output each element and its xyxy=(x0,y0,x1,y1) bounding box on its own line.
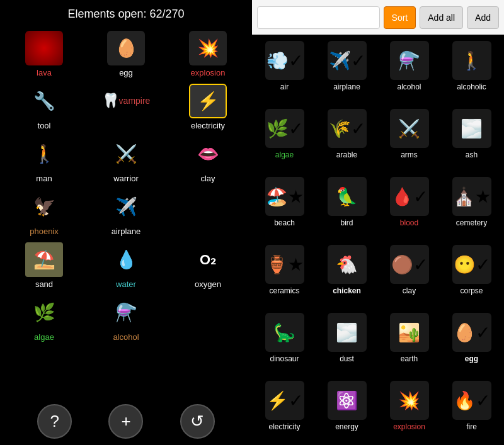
energy-icon: ⚛️ xyxy=(328,381,367,420)
alcohol-label: alcohol xyxy=(397,82,421,91)
element-oxygen[interactable]: O₂ oxygen xyxy=(170,242,246,289)
element-phoenix[interactable]: 🦅 phoenix xyxy=(6,189,82,236)
list-item-earth[interactable]: 🏜️earth xyxy=(379,309,439,375)
dinosaur-icon: 🦕 xyxy=(265,313,304,352)
cemetery-label: cemetery xyxy=(456,218,487,227)
list-item-energy[interactable]: ⚛️energy xyxy=(317,377,377,442)
list-item-corpse[interactable]: 😶✓corpse xyxy=(442,241,501,307)
alcoholic-icon: 🚶 xyxy=(452,41,491,80)
explosion-icon: 💥 xyxy=(390,381,429,420)
air-icon: 💨✓ xyxy=(265,41,304,80)
arms-icon: ⚔️ xyxy=(390,109,429,148)
undo-button[interactable]: ↺ xyxy=(180,404,215,439)
airplane-icon: ✈️ xyxy=(107,189,145,224)
list-item-airplane[interactable]: ✈️✓airplane xyxy=(317,37,377,103)
element-man[interactable]: 🚶 man xyxy=(6,137,82,183)
element-electricity[interactable]: ⚡ electricity xyxy=(170,84,246,130)
warrior-label: warrior xyxy=(113,174,139,183)
list-item-beach[interactable]: 🏖️★beach xyxy=(255,173,314,239)
ash-icon: 🌫️ xyxy=(452,109,491,148)
element-water[interactable]: 💧 water xyxy=(88,242,164,289)
alcohol-label: alcohol xyxy=(113,332,139,342)
search-input[interactable] xyxy=(257,6,380,29)
explosion-label: explosion xyxy=(393,422,425,431)
warrior-icon: ⚔️ xyxy=(107,137,145,171)
beach-icon: 🏖️★ xyxy=(265,177,304,216)
fire-label: fire xyxy=(466,422,477,431)
clay-label: clay xyxy=(200,174,215,183)
air-label: air xyxy=(280,82,289,91)
list-item-ash[interactable]: 🌫️ash xyxy=(442,105,501,171)
clay-icon: 👄 xyxy=(189,137,227,171)
element-sand[interactable]: ⛱️ sand xyxy=(6,242,82,289)
left-panel: Elements open: 62/270 lava 🥚 egg 💥 explo… xyxy=(0,0,252,445)
list-item-bird[interactable]: 🦜bird xyxy=(317,173,377,239)
explosion-icon: 💥 xyxy=(189,31,227,65)
list-item-blood[interactable]: 🩸✓blood xyxy=(379,173,439,239)
check-mark: ✓ xyxy=(289,50,303,71)
alcohol-icon: ⚗️ xyxy=(107,295,145,330)
check-mark: ✓ xyxy=(476,254,490,275)
list-item-ceramics[interactable]: 🏺★ceramics xyxy=(255,241,314,307)
electricity-icon: ⚡ xyxy=(189,84,227,118)
element-empty xyxy=(170,189,246,236)
element-warrior[interactable]: ⚔️ warrior xyxy=(88,137,164,183)
element-explosion[interactable]: 💥 explosion xyxy=(170,31,246,77)
add-button[interactable]: + xyxy=(108,404,143,439)
dust-icon: 🌫️ xyxy=(328,313,367,352)
bottom-bar: ? + ↺ xyxy=(0,404,252,439)
list-item-dinosaur[interactable]: 🦕dinosaur xyxy=(255,309,314,375)
blood-icon: 🩸✓ xyxy=(390,177,429,216)
list-item-dust[interactable]: 🌫️dust xyxy=(317,309,377,375)
corpse-icon: 😶✓ xyxy=(452,245,491,284)
element-clay[interactable]: 👄 clay xyxy=(170,137,246,183)
airplane-label: airplane xyxy=(112,227,140,236)
list-item-clay[interactable]: 🟤✓clay xyxy=(379,241,439,307)
egg-icon: 🥚✓ xyxy=(452,313,491,352)
list-item-alcohol[interactable]: ⚗️alcohol xyxy=(379,37,439,103)
element-algae[interactable]: 🌿 algae xyxy=(6,295,82,342)
algae-label: algae xyxy=(275,150,294,159)
ceramics-icon: 🏺★ xyxy=(265,245,304,284)
list-item-fire[interactable]: 🔥✓fire xyxy=(442,377,501,442)
add-all-button[interactable]: Add all xyxy=(420,6,463,29)
bird-icon: 🦜 xyxy=(328,177,367,216)
sand-label: sand xyxy=(35,279,53,289)
element-lava[interactable]: lava xyxy=(6,31,82,77)
sort-button[interactable]: Sort xyxy=(384,6,416,29)
list-item-chicken[interactable]: 🐔chicken xyxy=(317,241,377,307)
arable-label: arable xyxy=(336,150,357,159)
arable-icon: 🌾✓ xyxy=(328,109,367,148)
egg-label: egg xyxy=(119,68,133,77)
list-item-alcoholic[interactable]: 🚶alcoholic xyxy=(442,37,501,103)
list-item-electricity[interactable]: ⚡✓electricity xyxy=(255,377,314,442)
water-label: water xyxy=(116,279,136,289)
check-mark: ✓ xyxy=(413,186,428,207)
element-tool[interactable]: 🔧 tool xyxy=(6,84,82,130)
element-airplane[interactable]: ✈️ airplane xyxy=(88,189,164,236)
airplane-icon: ✈️✓ xyxy=(328,41,367,80)
list-item-air[interactable]: 💨✓air xyxy=(255,37,314,103)
element-egg[interactable]: 🥚 egg xyxy=(88,31,164,77)
list-item-cemetery[interactable]: ⛪★cemetery xyxy=(442,173,501,239)
list-item-arable[interactable]: 🌾✓arable xyxy=(317,105,377,171)
list-item-arms[interactable]: ⚔️arms xyxy=(379,105,439,171)
corpse-label: corpse xyxy=(460,286,483,295)
list-item-egg[interactable]: 🥚✓egg xyxy=(442,309,501,375)
phoenix-icon: 🦅 xyxy=(25,189,63,224)
add-selected-button[interactable]: Add xyxy=(467,6,499,29)
list-item-explosion[interactable]: 💥explosion xyxy=(379,377,439,442)
help-button[interactable]: ? xyxy=(37,404,72,439)
clay-icon: 🟤✓ xyxy=(390,245,429,284)
list-item-algae[interactable]: 🌿✓algae xyxy=(255,105,314,171)
chicken-label: chicken xyxy=(333,286,361,295)
oxygen-icon: O₂ xyxy=(189,242,227,277)
water-icon: 💧 xyxy=(107,242,145,277)
element-vampire[interactable]: 🦷vampire xyxy=(88,84,164,130)
oxygen-label: oxygen xyxy=(195,279,221,289)
check-mark: ✓ xyxy=(413,254,428,275)
element-alcohol[interactable]: ⚗️ alcohol xyxy=(88,295,164,342)
right-header: Sort Add all Add xyxy=(252,0,504,35)
airplane-label: airplane xyxy=(333,82,360,91)
earth-label: earth xyxy=(401,354,418,363)
